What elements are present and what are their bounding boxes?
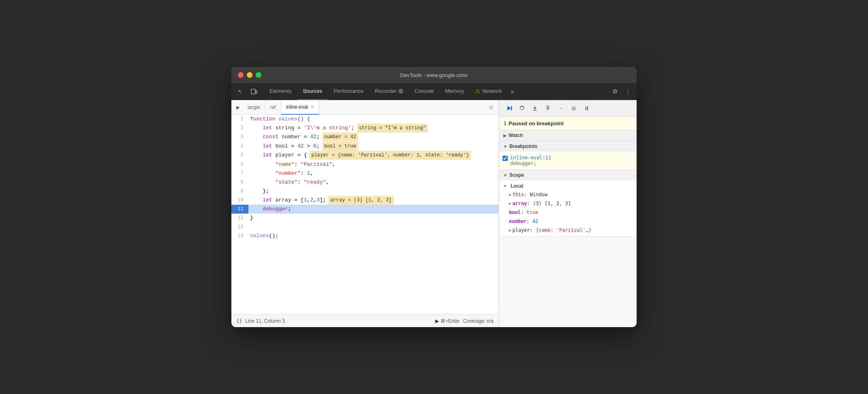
code-line-4: 4 let bool = 42 > 0;bool = true — [231, 142, 498, 151]
bool-prop: bool: true — [509, 210, 538, 215]
info-icon: ℹ — [504, 120, 506, 126]
code-line-3: 3 const number = 42;number = 42 — [231, 133, 498, 141]
main-area: ▶ target ref inline-eval ✕ ⊟ 1 — [231, 100, 637, 327]
code-line-11: 11 debugger; — [231, 205, 498, 214]
breakpoints-section-header[interactable]: Breakpoints — [499, 141, 637, 152]
breakpoint-checkbox[interactable] — [502, 156, 508, 161]
code-line-1: 1 function values() { — [231, 115, 498, 124]
this-expand-icon: ▶ — [509, 191, 511, 198]
breakpoint-location: inline-eval:11 — [510, 155, 551, 161]
deactivate-breakpoints-btn[interactable]: ⊘ — [568, 103, 579, 114]
more-options-icon[interactable]: ⋮ — [622, 86, 633, 97]
paused-message: ℹ Paused on breakpoint — [499, 117, 637, 130]
watch-section: Watch — [499, 130, 637, 141]
step-over-btn[interactable] — [516, 103, 528, 114]
file-tabs: ▶ target ref inline-eval ✕ ⊟ — [231, 100, 498, 115]
device-icon[interactable] — [248, 86, 260, 97]
code-line-8: 8 "state": "ready", — [231, 178, 498, 187]
debug-toolbar: → ⊘ ⏸ — [499, 100, 637, 117]
watch-label: Watch — [509, 133, 523, 138]
traffic-lights — [238, 72, 261, 78]
cursor-position: Line 11, Column 3 — [245, 318, 284, 324]
scope-item-player[interactable]: ▶ player: {name: 'Parzival'…} — [499, 226, 637, 235]
breakpoint-code: debugger; — [510, 161, 551, 166]
maximize-button[interactable] — [256, 72, 261, 78]
watch-section-header[interactable]: Watch — [499, 130, 637, 141]
player-expand-icon: ▶ — [509, 227, 511, 234]
titlebar: DevTools - www.google.com/ — [231, 67, 637, 83]
tab-recorder[interactable]: Recorder — [369, 83, 408, 100]
editor-panel: ▶ target ref inline-eval ✕ ⊟ 1 — [231, 100, 499, 327]
scope-item-bool: bool: true — [499, 208, 637, 217]
paused-text: Paused on breakpoint — [509, 120, 564, 126]
settings-icon[interactable]: ⚙ — [609, 86, 620, 97]
breakpoints-body: inline-eval:11 debugger; — [499, 152, 637, 169]
breakpoints-arrow-icon — [503, 144, 507, 149]
scope-local-header[interactable]: Local — [499, 182, 637, 190]
code-line-7: 7 "number": 1, — [231, 169, 498, 178]
tabbar-right: ⚙ ⋮ — [609, 86, 633, 97]
coverage-label: Coverage: n/a — [463, 318, 494, 324]
run-icon: ▶ — [435, 318, 439, 324]
breakpoints-section: Breakpoints inline-eval:11 debugger; — [499, 141, 637, 170]
code-editor[interactable]: 1 function values() { 2 let string = 'I\… — [231, 115, 498, 314]
file-tab-target[interactable]: target — [243, 100, 265, 115]
format-icon[interactable]: {} — [236, 318, 242, 324]
code-line-5: 5 let player = {player = {name: 'Parziva… — [231, 151, 498, 160]
breakpoints-label: Breakpoints — [509, 143, 537, 149]
code-line-13: 13 — [231, 223, 498, 231]
filetab-end-button[interactable]: ⊟ — [485, 102, 497, 113]
filetab-close-icon[interactable]: ✕ — [310, 104, 314, 109]
network-warning-icon: ⚠ — [475, 88, 480, 94]
run-shortcut: ⌘+Enter — [440, 318, 460, 324]
devtools-window: DevTools - www.google.com/ ↖ Elements So… — [231, 67, 637, 327]
scope-body: Local ▶ this: Window ▶ array: (3) [1, 2,… — [499, 180, 637, 236]
local-arrow-icon — [503, 184, 507, 188]
more-tabs-button[interactable]: » — [507, 88, 517, 95]
number-prop: number: 42 — [509, 218, 538, 224]
tab-network[interactable]: ⚠ Network — [470, 83, 507, 100]
scope-section: Scope Local ▶ this: Window ▶ — [499, 170, 637, 237]
window-title: DevTools - www.google.com/ — [400, 72, 468, 78]
breakpoint-item-1: inline-eval:11 debugger; — [499, 153, 637, 168]
code-line-14: 14 values(); — [231, 231, 498, 240]
player-prop: player: {name: 'Parzival'…} — [512, 227, 591, 234]
code-line-10: 10 let array = [1,2,3];array = (3) [1, 2… — [231, 196, 498, 205]
scope-item-number: number: 42 — [499, 217, 637, 226]
file-tab-inline-eval[interactable]: inline-eval ✕ — [281, 100, 319, 115]
filetab-back-btn[interactable]: ▶ — [233, 103, 243, 112]
scope-item-this[interactable]: ▶ this: Window — [499, 190, 637, 199]
svg-rect-1 — [256, 90, 257, 93]
pause-exceptions-btn[interactable]: ⏸ — [581, 103, 592, 114]
svg-rect-0 — [251, 89, 255, 94]
scope-section-header[interactable]: Scope — [499, 170, 637, 180]
array-expand-icon: ▶ — [509, 200, 511, 207]
file-tab-ref[interactable]: ref — [265, 100, 281, 115]
minimize-button[interactable] — [247, 72, 252, 78]
scope-arrow-icon — [503, 173, 507, 178]
step-out-btn[interactable] — [542, 103, 554, 114]
code-line-9: 9 }; — [231, 187, 498, 196]
scope-label: Scope — [509, 172, 524, 178]
tab-console[interactable]: Console — [409, 83, 440, 100]
code-line-2: 2 let string = 'I\'m a string';string = … — [231, 124, 498, 133]
array-prop: array: (3) [1, 2, 3] — [512, 200, 571, 207]
code-line-6: 6 "name": "Parzival", — [231, 160, 498, 169]
tabbar: ↖ Elements Sources Performance Recorder — [231, 83, 637, 100]
run-button[interactable]: ▶ ⌘+Enter — [435, 318, 460, 324]
tab-performance[interactable]: Performance — [328, 83, 369, 100]
close-button[interactable] — [238, 72, 244, 78]
scope-item-array[interactable]: ▶ array: (3) [1, 2, 3] — [499, 199, 637, 208]
step-into-btn[interactable] — [529, 103, 541, 114]
status-bar: {} Line 11, Column 3 ▶ ⌘+Enter Coverage:… — [231, 314, 498, 327]
tab-elements[interactable]: Elements — [264, 83, 297, 100]
resume-btn[interactable] — [503, 103, 515, 114]
tabbar-icons: ↖ — [235, 86, 260, 97]
tab-memory[interactable]: Memory — [440, 83, 470, 100]
cursor-icon[interactable]: ↖ — [235, 86, 246, 97]
tab-sources[interactable]: Sources — [297, 83, 328, 100]
step-btn[interactable]: → — [555, 103, 567, 114]
this-prop: this: Window — [512, 191, 547, 198]
watch-arrow-icon — [503, 133, 507, 138]
code-line-12: 12 } — [231, 214, 498, 223]
